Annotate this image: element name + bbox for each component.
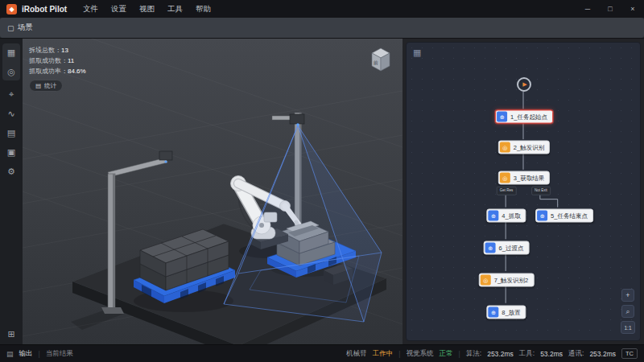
- main-area: ▦ ◎ ⌖ ∿ ▤ ▣ ⚙ ⊞: [0, 39, 644, 344]
- stat-row: 抓取成功数：11: [29, 56, 86, 66]
- node-label: 4_抓取: [502, 212, 520, 220]
- scene-view-button[interactable]: ▢ 场景: [0, 18, 644, 38]
- minimize-button[interactable]: ─: [576, 0, 599, 18]
- scene-icon: ▢: [7, 24, 14, 32]
- trajectory-icon[interactable]: ∿: [4, 108, 19, 119]
- flow-layout-icon[interactable]: ▦: [413, 47, 421, 58]
- view-cube[interactable]: 前: [367, 45, 394, 74]
- flow-node-transition[interactable]: ⊕ 6_过渡点: [484, 241, 530, 255]
- sidebar-group: ▦ ◎: [2, 43, 20, 80]
- vision-status-label: 视觉系统: [407, 349, 434, 359]
- statistics-toggle-label: 统计: [44, 80, 56, 91]
- camera-frustum: [224, 125, 382, 322]
- comm-time-label: 通讯:: [568, 349, 584, 359]
- task-flow-panel[interactable]: ▦ ▶ ⊕: [406, 42, 641, 341]
- mode-indicator[interactable]: TC: [621, 348, 638, 359]
- node-label: 3_获取结果: [514, 174, 544, 182]
- play-icon: ▶: [522, 81, 526, 88]
- camera-icon[interactable]: ◎: [4, 66, 19, 77]
- flow-start-node[interactable]: ▶: [517, 77, 531, 92]
- vision-node-icon: ◎: [500, 173, 510, 183]
- vision-node-icon: ◎: [481, 275, 491, 286]
- menubar: 文件 设置 视图 工具 帮助: [76, 0, 217, 18]
- move-node-icon: ⊕: [488, 307, 498, 318]
- zoom-reset-button[interactable]: 1:1: [621, 321, 635, 334]
- flow-node-get-result[interactable]: ◎ 3_获取结果: [498, 171, 550, 185]
- menu-settings[interactable]: 设置: [105, 0, 133, 18]
- calibration-icon[interactable]: ⌖: [4, 88, 19, 100]
- node-label: 8_放置: [502, 308, 520, 316]
- window-controls: ─ □ ×: [576, 0, 644, 18]
- node-label: 5_任务结束点: [551, 212, 588, 220]
- move-node-icon: ⊕: [537, 211, 547, 221]
- statistics-toggle-button[interactable]: ▤ 统计: [29, 80, 63, 92]
- bar-chart-icon: ▤: [35, 80, 41, 91]
- app-logo-icon: ◆: [6, 4, 17, 14]
- vision-node-icon: ◎: [500, 142, 510, 153]
- library-icon[interactable]: ▣: [4, 146, 19, 158]
- app-window: ◆ iRobot Pilot 文件 设置 视图 工具 帮助 ─ □ × ▣ 拆垛…: [0, 0, 644, 362]
- node-label: 7_触发识别2: [494, 276, 529, 284]
- menu-help[interactable]: 帮助: [189, 0, 217, 18]
- flow-node-trigger-vision-2[interactable]: ◎ 7_触发识别2: [479, 274, 535, 287]
- menu-tools[interactable]: 工具: [161, 0, 189, 18]
- view-cube-label: 前: [373, 60, 378, 65]
- node-port-exit[interactable]: Not Exit: [531, 187, 551, 195]
- left-toolbar: ▦ ◎ ⌖ ∿ ▤ ▣ ⚙ ⊞: [0, 39, 23, 344]
- status-indicators: 机械臂 工作中 | 视觉系统 正常 | 算法: 253.2ms 工具: 53.2…: [346, 348, 638, 359]
- move-node-icon: ⊕: [488, 211, 498, 221]
- titlebar: ◆ iRobot Pilot 文件 设置 视图 工具 帮助 ─ □ ×: [0, 0, 644, 18]
- menu-file[interactable]: 文件: [76, 0, 105, 18]
- flow-node-place[interactable]: ⊕ 8_放置: [486, 306, 526, 319]
- robot-status-label: 机械臂: [346, 349, 367, 359]
- move-node-icon: ⊕: [497, 112, 507, 122]
- flow-node-task-end[interactable]: ⊕ 5_任务结束点: [535, 209, 593, 223]
- scene-view-label: 场景: [18, 23, 33, 33]
- view-toggle: ▢ 场景 ≡ 任务: [601, 21, 638, 35]
- scene-tree-icon[interactable]: ▦: [4, 47, 19, 58]
- move-node-icon: ⊕: [485, 243, 496, 253]
- node-port-get-res[interactable]: Get Res: [497, 187, 517, 195]
- robot-status-value: 工作中: [373, 349, 394, 359]
- app-title: iRobot Pilot: [22, 5, 67, 14]
- node-label: 6_过渡点: [499, 244, 524, 252]
- output-tab[interactable]: 输出: [19, 349, 33, 359]
- statistics-icon[interactable]: ▤: [4, 127, 19, 138]
- grab-statistics: 拆垛总数：13 抓取成功数：11 抓取成功率：84.6% ▤ 统计: [29, 45, 86, 92]
- menu-view[interactable]: 视图: [133, 0, 161, 18]
- stat-row: 抓取成功率：84.6%: [29, 66, 86, 76]
- maximize-button[interactable]: □: [599, 0, 621, 18]
- tool-time-label: 工具:: [519, 349, 535, 359]
- zoom-search-button[interactable]: ⌕: [621, 305, 634, 318]
- status-bar: ▤ 输出 | 当前结果 机械臂 工作中 | 视觉系统 正常 | 算法: 253.…: [0, 344, 644, 362]
- flow-node-task-start[interactable]: ⊕ 1_任务起始点: [495, 110, 553, 124]
- algo-time-label: 算法:: [466, 349, 481, 359]
- gear-icon[interactable]: ⚙: [4, 166, 19, 177]
- stat-row: 拆垛总数：13: [29, 45, 86, 56]
- package-icon[interactable]: ⊞: [4, 328, 19, 339]
- vision-status-value: 正常: [440, 349, 453, 359]
- flow-zoom-controls: + ⌕ 1:1: [621, 289, 635, 334]
- flow-panel-wrapper: ▦ ▶ ⊕: [402, 39, 644, 344]
- node-label: 2_触发识别: [514, 143, 544, 151]
- node-label: 1_任务起始点: [510, 113, 547, 121]
- 3d-viewport[interactable]: 拆垛总数：13 抓取成功数：11 抓取成功率：84.6% ▤ 统计 前: [23, 39, 402, 344]
- algo-time-value: 253.2ms: [487, 350, 514, 358]
- flow-node-trigger-vision[interactable]: ◎ 2_触发识别: [498, 141, 550, 154]
- tool-time-value: 53.2ms: [540, 350, 563, 358]
- close-button[interactable]: ×: [621, 0, 644, 18]
- zoom-in-button[interactable]: +: [621, 289, 634, 302]
- output-icon: ▤: [6, 350, 14, 358]
- current-result-tab[interactable]: 当前结果: [46, 349, 73, 359]
- comm-time-value: 253.2ms: [589, 350, 616, 358]
- toolbar: ▣ 拆垛典型工程 仿真 ▾ ▶ ■ ×2 ◷ 00:00:00 ▢ 场景 ≡ 任…: [0, 18, 644, 39]
- flow-node-grab[interactable]: ⊕ 4_抓取: [486, 209, 526, 223]
